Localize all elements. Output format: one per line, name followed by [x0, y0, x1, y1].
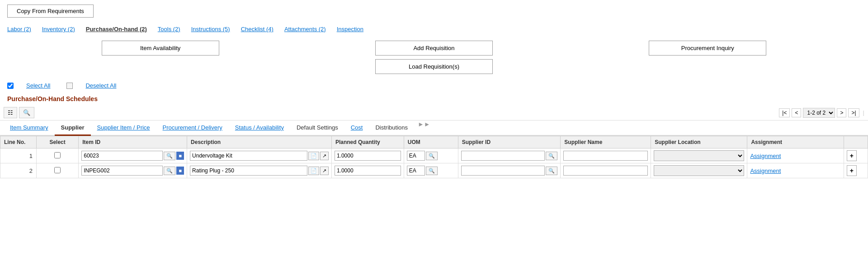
- tab-attachments[interactable]: Attachments (2): [284, 26, 326, 32]
- col-header-uom: UOM: [404, 136, 458, 148]
- row-2-supplier-id-input[interactable]: [461, 166, 545, 176]
- pagination: |< < 1-2 of 2 > >| |: [779, 108, 864, 118]
- row-2-add-button[interactable]: +: [847, 165, 857, 176]
- table-row: 2 INPEG002 🔍 ■ Rating Plug - 250 📄 ↗: [0, 163, 868, 178]
- first-page-button[interactable]: |<: [779, 108, 790, 117]
- row-1-item-id-detail-button[interactable]: ■: [176, 152, 184, 160]
- table-row: 1 60023 🔍 ■ Undervoltage Kit 📄 ↗: [0, 148, 868, 163]
- tab-checklist[interactable]: Checklist (4): [241, 26, 274, 32]
- row-2-item-id-group: INPEG002 🔍 ■: [81, 166, 184, 176]
- row-2-planned-qty-cell: 1.0000: [331, 163, 404, 178]
- row-1-desc-expand-button[interactable]: ↗: [320, 152, 329, 160]
- row-2-desc-expand-button[interactable]: ↗: [320, 167, 329, 175]
- row-1-uom-input[interactable]: EA: [407, 151, 425, 161]
- select-all-row: Select All Deselect All: [0, 79, 868, 93]
- tab-status-availability[interactable]: Status / Availability: [229, 121, 290, 136]
- row-2-uom-cell: EA 🔍: [404, 163, 458, 178]
- page-select[interactable]: 1-2 of 2: [803, 108, 835, 118]
- row-1-description-input[interactable]: Undervoltage Kit: [190, 151, 307, 161]
- row-1-select-checkbox[interactable]: [54, 152, 61, 158]
- row-2-supplier-name-input[interactable]: [563, 166, 648, 176]
- row-1-supplier-id-cell: 🔍: [458, 148, 561, 163]
- row-1-add-button[interactable]: +: [847, 150, 857, 161]
- select-all-checkbox[interactable]: [7, 83, 14, 89]
- tab-supplier-item-price[interactable]: Supplier Item / Price: [91, 121, 156, 136]
- col-header-supplier-id: Supplier ID: [458, 136, 561, 148]
- row-1-assignment-link[interactable]: Assignment: [750, 153, 781, 159]
- row-2-supplier-name-cell: [561, 163, 651, 178]
- toolbar: ☷ 🔍 |< < 1-2 of 2 > >| |: [0, 105, 868, 121]
- col-header-planned-qty: Planned Quantity: [331, 136, 404, 148]
- deselect-all-link[interactable]: Deselect All: [85, 82, 116, 89]
- row-2-assignment-cell: Assignment: [747, 163, 844, 178]
- row-2-select-checkbox[interactable]: [54, 167, 61, 173]
- col-header-select: Select: [36, 136, 78, 148]
- row-1-uom-search-button[interactable]: 🔍: [426, 152, 438, 160]
- tab-distributions[interactable]: Distributions: [369, 121, 414, 136]
- row-2-uom-search-button[interactable]: 🔍: [426, 167, 438, 175]
- row-1-line-no: 1: [0, 148, 37, 163]
- main-table: Line No. Select Item ID Description Plan…: [0, 136, 868, 178]
- tab-procurement-delivery[interactable]: Procurement / Delivery: [156, 121, 229, 136]
- inner-tabs-row: Item Summary Supplier Supplier Item / Pr…: [0, 121, 868, 136]
- row-1-desc-edit-button[interactable]: 📄: [308, 152, 319, 160]
- row-1-planned-qty-input[interactable]: 1.0000: [335, 151, 401, 161]
- load-requisitions-button[interactable]: Load Requisition(s): [375, 59, 493, 74]
- row-2-uom-group: EA 🔍: [407, 166, 455, 176]
- tab-inventory[interactable]: Inventory (2): [42, 26, 75, 32]
- row-2-supplier-location-cell: [651, 163, 747, 178]
- row-1-supplier-name-cell: [561, 148, 651, 163]
- tab-inspection[interactable]: Inspection: [337, 26, 363, 32]
- copy-from-requirements-button[interactable]: Copy From Requirements: [7, 5, 94, 18]
- row-2-item-id-detail-button[interactable]: ■: [176, 167, 184, 175]
- row-1-supplier-id-input[interactable]: [461, 151, 545, 161]
- row-2-planned-qty-input[interactable]: 1.0000: [335, 166, 401, 176]
- prev-page-button[interactable]: <: [792, 108, 801, 117]
- tab-item-summary[interactable]: Item Summary: [4, 121, 55, 136]
- item-availability-button[interactable]: Item Availability: [102, 41, 219, 56]
- next-page-button[interactable]: >: [837, 108, 846, 117]
- row-2-supplier-id-search-button[interactable]: 🔍: [546, 167, 557, 175]
- procurement-inquiry-button[interactable]: Procurement Inquiry: [649, 41, 766, 56]
- deselect-all-checkbox[interactable]: [66, 83, 73, 89]
- row-1-supplier-location-select[interactable]: [654, 150, 744, 161]
- last-page-button[interactable]: >|: [848, 108, 859, 117]
- add-requisition-button[interactable]: Add Requisition: [375, 41, 493, 56]
- row-2-supplier-id-cell: 🔍: [458, 163, 561, 178]
- row-1-supplier-location-cell: [651, 148, 747, 163]
- row-1-desc-group: Undervoltage Kit 📄 ↗: [190, 151, 329, 161]
- tab-tools[interactable]: Tools (2): [158, 26, 180, 32]
- row-2-description-cell: Rating Plug - 250 📄 ↗: [187, 163, 332, 178]
- col-header-assignment: Assignment: [747, 136, 844, 148]
- main-tabs: Labor (2) Inventory (2) Purchase/On-hand…: [0, 22, 868, 36]
- grid-view-button[interactable]: ☷: [4, 107, 17, 118]
- col-header-actions: [844, 136, 868, 148]
- row-2-item-id-input[interactable]: INPEG002: [81, 166, 163, 176]
- row-1-description-cell: Undervoltage Kit 📄 ↗: [187, 148, 332, 163]
- row-2-item-id-search-button[interactable]: 🔍: [164, 167, 175, 175]
- tab-default-settings[interactable]: Default Settings: [290, 121, 344, 136]
- row-2-assignment-link[interactable]: Assignment: [750, 167, 781, 174]
- tab-labor[interactable]: Labor (2): [7, 26, 31, 32]
- tab-instructions[interactable]: Instructions (5): [191, 26, 230, 32]
- select-all-link[interactable]: Select All: [26, 82, 50, 89]
- row-1-item-id-search-button[interactable]: 🔍: [164, 152, 175, 160]
- row-1-planned-qty-cell: 1.0000: [331, 148, 404, 163]
- col-header-description: Description: [187, 136, 332, 148]
- row-1-supplier-id-search-button[interactable]: 🔍: [546, 152, 557, 160]
- col-header-supplier-name: Supplier Name: [561, 136, 651, 148]
- row-2-desc-edit-button[interactable]: 📄: [308, 167, 319, 175]
- search-toolbar-button[interactable]: 🔍: [19, 107, 34, 118]
- row-2-description-input[interactable]: Rating Plug - 250: [190, 166, 307, 176]
- row-1-supplier-id-group: 🔍: [461, 151, 558, 161]
- tab-purchase[interactable]: Purchase/On-hand (2): [86, 26, 147, 32]
- row-1-item-id-cell: 60023 🔍 ■: [79, 148, 187, 163]
- row-2-uom-input[interactable]: EA: [407, 166, 425, 176]
- tab-supplier[interactable]: Supplier: [55, 121, 91, 136]
- row-1-item-id-input[interactable]: 60023: [81, 151, 163, 161]
- row-1-assignment-cell: Assignment: [747, 148, 844, 163]
- row-1-uom-cell: EA 🔍: [404, 148, 458, 163]
- tab-cost[interactable]: Cost: [344, 121, 369, 136]
- row-1-supplier-name-input[interactable]: [563, 151, 648, 161]
- row-2-supplier-location-select[interactable]: [654, 165, 744, 176]
